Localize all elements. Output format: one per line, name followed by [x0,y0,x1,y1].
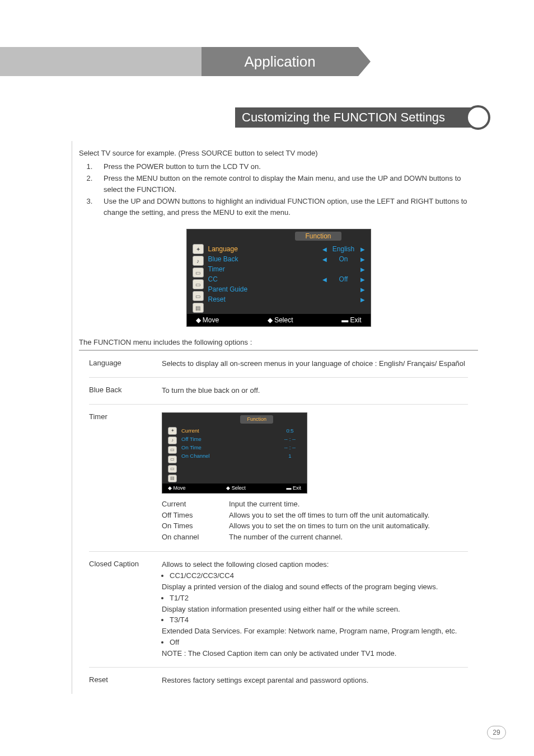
osd-tab-icons: ✦ ♪ ▭ ▭ ▭ ▤ [193,244,204,313]
left-arrow-icon: ◀ [322,276,327,283]
osd-timer-menu: Function ✦ ♪ ▭ ▭ ▭ ▤ Current0:5 Off Ti [162,412,307,494]
osd-row-parent-guide[interactable]: Parent Guide ▶ [208,284,365,294]
osd-row-label: Language [208,245,303,253]
option-label: Reset [89,675,162,686]
osd-row-ontime[interactable]: On Time-- : -- [181,443,301,452]
app-title-bar: Application [202,47,358,76]
timer-def-val: Input the current time. [229,499,299,510]
options-table: Language Selects to display all on-scree… [79,350,478,694]
cc-bullet: T1/T2 [170,593,468,604]
cc-text: Display a printed version of the dialog … [162,582,468,593]
intro-lead: Select TV source for example. (Press SOU… [79,148,478,159]
osd-tab-icon: ▭ [168,456,177,463]
timer-def-key: Off Times [162,510,229,521]
osd-foot-exit: ▬ Exit [341,316,361,324]
option-label: Blue Back [89,386,162,396]
option-label: Closed Caption [89,560,162,659]
header-triangle-right [358,47,371,76]
osd-row-label: Timer [208,265,303,273]
osd-row-label: CC [208,275,303,283]
osd-foot-select: ◆ Select [226,485,246,492]
header-gray-band [0,47,202,76]
option-desc: Function ✦ ♪ ▭ ▭ ▭ ▤ Current0:5 Off Ti [162,412,468,543]
osd-tab-icon: ▤ [168,475,177,482]
osd-foot-move: ◆ Move [196,316,219,324]
osd-tab-icon: ▭ [193,267,204,278]
section-banner-circle-icon [466,105,490,130]
cc-lead: Allows to select the following closed ca… [162,560,468,570]
osd-row-label: Parent Guide [208,285,303,293]
osd-row-current[interactable]: Current0:5 [181,427,301,435]
right-arrow-icon: ▶ [360,246,365,252]
osd-tab-icon: ✦ [168,427,177,435]
intro-step: Press the POWER button to turn the LCD T… [95,161,478,172]
cc-text: Extended Data Services. For example: Net… [162,626,468,637]
app-title: Application [244,53,315,71]
osd-foot-select: ◆ Select [268,316,293,324]
option-desc: Selects to display all on-screen menus i… [162,359,468,369]
timer-def-key: On Times [162,521,229,532]
intro-step: Press the MENU button on the remote cont… [95,173,478,195]
right-arrow-icon: ▶ [360,297,365,303]
osd-row-value: English [332,245,355,253]
option-row-timer: Timer Function ✦ ♪ ▭ ▭ ▭ ▤ [89,405,468,552]
osd-tab-icon: ♪ [168,436,177,444]
osd-row-label: Blue Back [208,255,303,263]
osd-row-timer[interactable]: Timer ▶ [208,264,365,274]
right-arrow-icon: ▶ [360,276,365,283]
osd-function-menu: Function ✦ ♪ ▭ ▭ ▭ ▤ Language ◀English▶ … [186,229,371,327]
osd-row-offtime[interactable]: Off Time-- : -- [181,435,301,444]
cc-bullet: Off [170,637,468,648]
timer-definitions: CurrentInput the current time. Off Times… [162,499,468,543]
osd-title: Function [240,415,273,424]
option-desc: To turn the blue back on or off. [162,386,468,396]
osd-tab-icon: ▤ [193,303,204,313]
cc-text: Display station information presented us… [162,604,468,615]
timer-def-val: Allows you to set the on times to turn o… [229,521,430,532]
option-row-reset: Reset Restores factory settings except p… [89,668,468,694]
option-row-language: Language Selects to display all on-scree… [89,351,468,378]
intro-step: Use the UP and DOWN buttons to highlight… [95,196,478,218]
left-arrow-icon: ◀ [322,256,327,262]
left-arrow-icon: ◀ [322,246,327,252]
cc-note: NOTE : The Closed Caption item can only … [162,649,468,659]
osd-footer: ◆ Move ◆ Select ▬ Exit [162,483,307,493]
osd-tab-icon: ♪ [193,256,204,266]
osd-tab-icons: ✦ ♪ ▭ ▭ ▭ ▤ [168,427,177,482]
timer-def-val: Allows you to set the off times to turn … [229,510,429,521]
osd-row-cc[interactable]: CC ◀Off▶ [208,274,365,284]
timer-def-val: The number of the current channel. [229,532,343,543]
option-desc: Allows to select the following closed ca… [162,560,468,659]
osd-row-value: Off [332,275,355,283]
osd-foot-move: ◆ Move [168,485,186,492]
osd-title: Function [295,232,341,241]
osd-row-blueback[interactable]: Blue Back ◀On▶ [208,254,365,264]
osd-tab-icon: ▭ [168,465,177,473]
osd-row-label: Reset [208,295,303,303]
right-arrow-icon: ▶ [360,287,365,293]
osd-footer: ◆ Move ◆ Select ▬ Exit [187,314,371,326]
osd-row-value: On [332,255,355,263]
osd-row-onchannel[interactable]: On Channel1 [181,452,301,460]
option-label: Timer [89,412,162,543]
osd-tab-icon: ▭ [193,291,204,301]
osd-row-reset[interactable]: Reset ▶ [208,294,365,304]
cc-bullet: CC1/CC2/CC3/CC4 [170,571,468,581]
option-desc: Restores factory settings except parenta… [162,675,468,686]
options-lead: The FUNCTION menu includes the following… [79,338,478,346]
osd-tab-icon: ▭ [193,279,204,289]
section-title: Customizing the FUNCTION Settings [242,110,445,125]
option-label: Language [89,359,162,369]
timer-def-key: Current [162,499,229,510]
osd-foot-exit: ▬ Exit [286,485,301,492]
osd-tab-icon: ▭ [168,446,177,454]
option-row-blueback: Blue Back To turn the blue back on or of… [89,378,468,405]
right-arrow-icon: ▶ [360,266,365,273]
osd-row-language[interactable]: Language ◀English▶ [208,244,365,254]
cc-bullet: T3/T4 [170,615,468,626]
osd-tab-icon: ✦ [193,244,204,254]
intro-text: Select TV source for example. (Press SOU… [79,148,478,218]
option-row-closed-caption: Closed Caption Allows to select the foll… [89,552,468,668]
right-arrow-icon: ▶ [360,256,365,262]
timer-def-key: On channel [162,532,229,543]
